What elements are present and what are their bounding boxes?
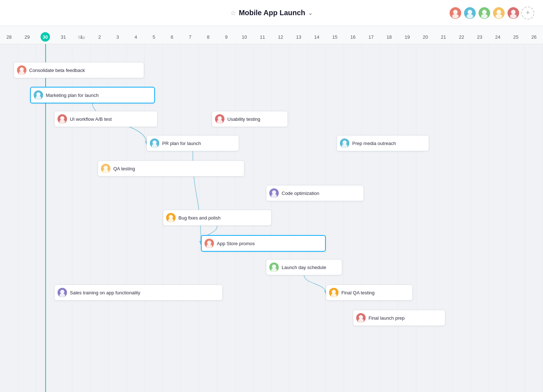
svg-point-53 [332, 290, 336, 294]
day-num: 16 [348, 32, 358, 42]
task-card[interactable]: Usability testing [212, 111, 288, 127]
svg-point-24 [59, 120, 65, 124]
task-card[interactable]: App Store promos [201, 235, 326, 252]
task-card[interactable]: Code optimization [266, 185, 364, 201]
svg-point-44 [207, 240, 211, 244]
avatars-area: + [449, 7, 534, 20]
task-card[interactable]: Prep media outreach [337, 135, 429, 151]
avatar [463, 7, 476, 20]
task-card[interactable]: Consolidate beta feedback [14, 62, 144, 78]
task-card[interactable]: Final launch prep [353, 310, 445, 326]
svg-point-4 [468, 10, 472, 14]
day-header: 26 [525, 32, 543, 44]
task-card[interactable]: QA testing [98, 161, 244, 176]
avatar [269, 263, 279, 272]
task-card[interactable]: Sales training on app functionality [54, 285, 223, 301]
svg-point-20 [36, 92, 40, 96]
avatar [507, 7, 520, 20]
svg-point-18 [19, 71, 25, 75]
day-header: 3 [109, 32, 127, 44]
svg-point-7 [482, 10, 487, 14]
day-header: 4 [127, 32, 145, 44]
gantt-container: 28293031Sep12345678910111213141516171819… [0, 26, 543, 392]
day-header: 18 [380, 32, 398, 44]
day-num: 15 [330, 32, 340, 42]
day-num: 29 [22, 32, 32, 42]
star-icon[interactable]: ☆ [230, 9, 236, 17]
avatar [150, 139, 159, 148]
task-label: Consolidate beta feedback [29, 68, 85, 73]
day-num: 11 [258, 32, 267, 42]
svg-point-48 [271, 268, 277, 272]
day-header: 30 [36, 32, 54, 44]
task-card[interactable]: PR plan for launch [147, 135, 239, 151]
day-num: 18 [384, 32, 394, 42]
task-label: Final launch prep [369, 315, 405, 321]
task-card[interactable]: UI workflow A/B test [54, 111, 157, 127]
header-title-area: ☆ Mobile App Launch ⌄ [230, 9, 313, 17]
avatar [215, 114, 224, 124]
chevron-down-icon[interactable]: ⌄ [308, 9, 313, 16]
task-label: Prep media outreach [352, 141, 396, 146]
task-label: Marketing plan for launch [46, 93, 99, 98]
svg-point-39 [271, 194, 277, 198]
gantt-body: Consolidate beta feedback Marketing plan… [0, 44, 543, 392]
task-label: Code optimization [282, 191, 319, 196]
day-num: 20 [421, 32, 430, 42]
svg-point-17 [20, 67, 24, 71]
task-card[interactable]: Final QA testing [326, 285, 413, 301]
svg-point-51 [59, 293, 65, 297]
day-num: 23 [475, 32, 484, 42]
day-num: 22 [457, 32, 466, 42]
svg-point-10 [497, 10, 501, 14]
day-header: 22 [452, 32, 471, 44]
avatar [166, 213, 176, 222]
day-header: 14 [308, 32, 326, 44]
day-num: 3 [113, 32, 122, 42]
avatar [478, 7, 491, 20]
day-num: 25 [511, 32, 521, 42]
task-card[interactable]: Marketing plan for launch [30, 87, 155, 103]
day-header: 2 [90, 32, 109, 44]
day-header: 6 [163, 32, 181, 44]
day-header: 23 [471, 32, 489, 44]
day-header: 11 [253, 32, 272, 44]
svg-point-23 [60, 116, 64, 120]
svg-point-8 [481, 14, 488, 18]
avatar [34, 90, 43, 100]
app-header: ☆ Mobile App Launch ⌄ + [0, 0, 543, 26]
svg-point-38 [272, 190, 276, 194]
add-member-button[interactable]: + [521, 7, 534, 20]
task-card[interactable]: Bug fixes and polish [163, 210, 272, 226]
svg-point-57 [358, 319, 364, 323]
day-header: 20 [416, 32, 434, 44]
day-num: 5 [149, 32, 159, 42]
svg-point-30 [152, 144, 157, 148]
day-num: 10 [240, 32, 249, 42]
svg-point-27 [217, 120, 223, 124]
task-label: App Store promos [217, 241, 255, 246]
day-num: 17 [366, 32, 376, 42]
day-num: 6 [167, 32, 177, 42]
svg-point-47 [272, 264, 276, 268]
day-num: 7 [185, 32, 195, 42]
svg-point-29 [152, 140, 156, 144]
day-header: 25 [507, 32, 525, 44]
day-header: 10 [235, 32, 253, 44]
svg-point-54 [331, 293, 337, 297]
day-num: 14 [312, 32, 321, 42]
svg-point-36 [103, 169, 109, 173]
task-label: Sales training on app functionality [70, 290, 140, 295]
today-num: 30 [41, 32, 50, 42]
page-title: Mobile App Launch [239, 9, 306, 17]
svg-point-42 [168, 218, 174, 222]
svg-point-41 [169, 215, 173, 219]
task-label: Final QA testing [341, 290, 375, 295]
day-header: 29 [18, 32, 36, 44]
task-label: Bug fixes and polish [178, 215, 220, 221]
task-label: Launch day schedule [282, 265, 326, 270]
avatar [58, 114, 67, 124]
day-header: 7 [181, 32, 199, 44]
task-card[interactable]: Launch day schedule [266, 259, 342, 275]
day-header: 9 [217, 32, 235, 44]
